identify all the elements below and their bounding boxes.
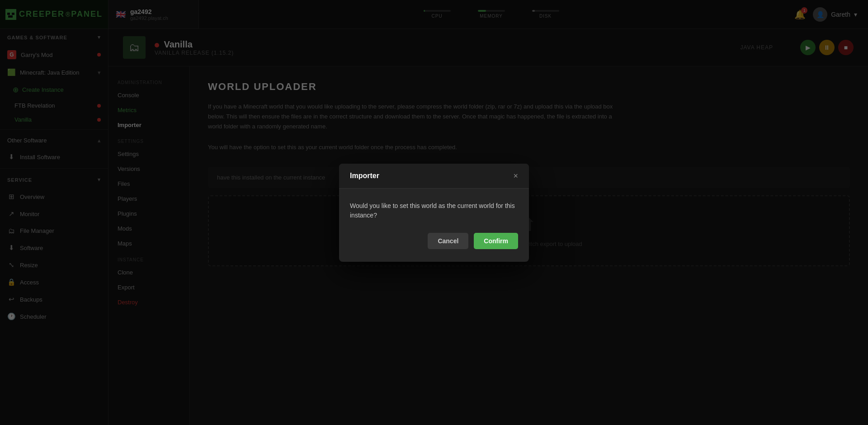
modal-body: Would you like to set this world as the …: [339, 189, 529, 262]
modal-body-text: Would you like to set this world as the …: [350, 201, 518, 220]
modal-close-button[interactable]: ×: [513, 172, 518, 180]
modal-header: Importer ×: [339, 164, 529, 189]
modal-overlay[interactable]: Importer × Would you like to set this wo…: [0, 0, 868, 425]
modal-actions: Cancel Confirm: [350, 233, 518, 249]
importer-modal: Importer × Would you like to set this wo…: [339, 164, 529, 262]
cancel-button[interactable]: Cancel: [428, 233, 468, 249]
confirm-button[interactable]: Confirm: [474, 233, 518, 249]
modal-title: Importer: [350, 172, 379, 180]
